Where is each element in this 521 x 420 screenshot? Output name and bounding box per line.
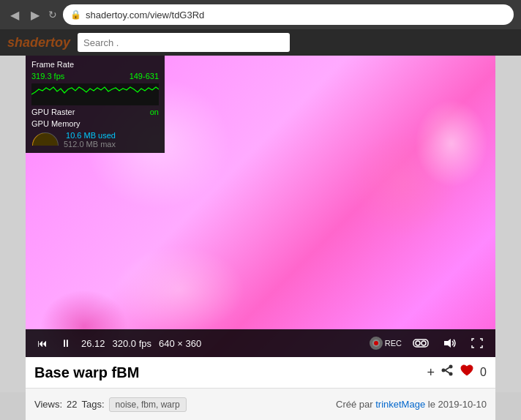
- pause-button[interactable]: ⏸: [58, 336, 74, 350]
- tags-bar: Views: 22 Tags: noise, fbm, warp Créé pa…: [26, 388, 495, 420]
- player-time: 26.12: [81, 338, 105, 349]
- memory-gauge-icon: [31, 132, 59, 147]
- gpu-memory-row: 10.6 MB used 512.0 MB max: [31, 131, 159, 149]
- url-text: shadertoy.com/view/tdG3Rd: [86, 10, 204, 20]
- fullscreen-button[interactable]: [468, 337, 487, 350]
- fps-range: 149-631: [130, 72, 159, 80]
- credit-text: Créé par trinketMage le 2019-10-10: [336, 399, 487, 410]
- skip-back-button[interactable]: ⏮: [34, 336, 50, 350]
- gpu-overlay: Frame Rate 319.3 fps 149-631 GPU Raster …: [26, 56, 165, 153]
- rec-label: REC: [385, 339, 402, 348]
- svg-point-7: [449, 372, 453, 375]
- mem-used: 10.6 MB used: [66, 131, 116, 140]
- svg-point-1: [374, 341, 378, 345]
- browser-chrome: ◀ ▶ ↻ 🔒 shadertoy.com/view/tdG3Rd: [0, 0, 521, 29]
- svg-marker-5: [444, 339, 451, 348]
- main-content: Frame Rate 319.3 fps 149-631 GPU Raster …: [0, 56, 521, 420]
- search-row: shadertoy: [0, 29, 521, 56]
- address-bar[interactable]: 🔒 shadertoy.com/view/tdG3Rd: [63, 4, 514, 25]
- volume-button[interactable]: [440, 337, 460, 350]
- side-panel-right: [495, 56, 521, 392]
- site-logo: shadertoy: [7, 35, 70, 50]
- gpu-raster-value: on: [150, 108, 159, 116]
- views-count: 22: [67, 399, 77, 410]
- heart-icon: [460, 364, 474, 378]
- mem-values: 10.6 MB used 512.0 MB max: [64, 131, 116, 149]
- tags-label: Tags:: [82, 399, 105, 410]
- mem-max: 512.0 MB max: [64, 140, 116, 149]
- vr-icon: [413, 338, 429, 348]
- svg-point-3: [416, 341, 420, 345]
- player-controls: ⏮ ⏸ 26.12 320.0 fps 640 × 360 REC: [26, 329, 495, 357]
- svg-point-6: [449, 364, 453, 368]
- like-button[interactable]: [460, 364, 474, 381]
- views-label: Views:: [34, 399, 62, 410]
- frame-rate-label: Frame Rate: [31, 60, 74, 69]
- svg-point-8: [442, 368, 446, 372]
- gpu-memory-label: GPU Memory: [31, 119, 80, 128]
- forward-button[interactable]: ▶: [28, 5, 42, 25]
- credit-prefix: Créé par: [336, 399, 373, 410]
- share-button[interactable]: [441, 364, 454, 381]
- info-bar: Base warp fBM + 0: [26, 357, 495, 388]
- like-count: 0: [480, 366, 487, 379]
- rec-dot-icon: [370, 337, 383, 350]
- vr-button[interactable]: [409, 337, 432, 350]
- gpu-raster-label: GPU Raster: [31, 108, 75, 116]
- fps-value: 319.3 fps: [31, 72, 64, 80]
- reload-button[interactable]: ↻: [48, 9, 57, 20]
- volume-icon: [443, 338, 457, 348]
- share-icon: [441, 364, 454, 378]
- tags-box: noise, fbm, warp: [109, 397, 187, 412]
- credit-date: le 2019-10-10: [428, 399, 487, 410]
- search-input[interactable]: [78, 33, 290, 52]
- lock-icon: 🔒: [70, 10, 81, 20]
- side-panel-left: [0, 56, 26, 392]
- fullscreen-icon: [471, 338, 483, 348]
- shader-title: Base warp fBM: [34, 364, 420, 381]
- fps-graph: [31, 83, 159, 105]
- info-actions: + 0: [427, 364, 487, 381]
- player-resolution: 640 × 360: [159, 338, 201, 349]
- rec-button[interactable]: REC: [370, 337, 402, 350]
- back-button[interactable]: ◀: [7, 5, 22, 25]
- add-button[interactable]: +: [427, 365, 435, 380]
- credit-author-link[interactable]: trinketMage: [375, 399, 425, 410]
- player-fps: 320.0 fps: [113, 338, 152, 349]
- svg-point-4: [421, 341, 426, 345]
